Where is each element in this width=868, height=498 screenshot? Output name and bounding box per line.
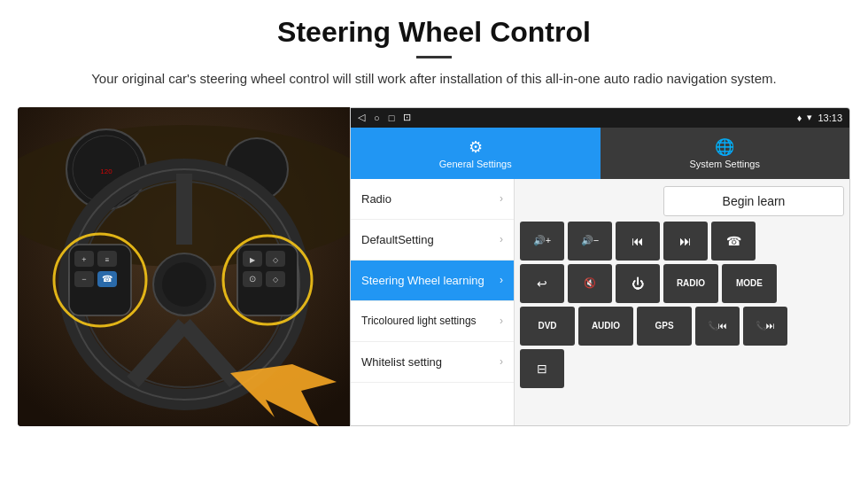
begin-learn-button[interactable]: Begin learn — [663, 186, 844, 216]
android-panel: ◁ ○ □ ⊡ ♦ ▾ 13:13 ⚙ General Settings — [350, 107, 850, 426]
chevron-icon: › — [500, 315, 503, 327]
svg-text:◇: ◇ — [273, 276, 279, 284]
dvd-button[interactable]: DVD — [520, 307, 575, 346]
tab-system[interactable]: 🌐 System Settings — [601, 128, 850, 179]
prev-track-button[interactable]: ⏮ — [616, 222, 660, 261]
tab-general-label: General Settings — [439, 159, 512, 169]
location-icon: ♦ — [797, 113, 802, 123]
phone-button[interactable]: ☎ — [711, 222, 756, 261]
svg-text:120: 120 — [100, 167, 112, 175]
vol-up-icon: 🔊+ — [533, 235, 551, 246]
tab-general[interactable]: ⚙ General Settings — [351, 128, 601, 179]
menu-item-whitelist-label: Whitelist setting — [361, 355, 442, 369]
svg-text:+: + — [81, 255, 86, 264]
time-display: 13:13 — [818, 113, 842, 123]
button-area: Begin learn 🔊+ 🔊− ⏮ — [515, 179, 849, 425]
mute-icon: 🔇 — [584, 277, 596, 289]
page-wrapper: Steering Wheel Control Your original car… — [0, 0, 868, 426]
phone-next-button[interactable]: 📞⏭ — [743, 307, 787, 346]
nav-icons: ◁ ○ □ ⊡ — [358, 112, 411, 123]
power-icon: ⏻ — [632, 276, 644, 291]
header-subtitle: Your original car's steering wheel contr… — [35, 69, 833, 89]
chevron-icon: › — [500, 355, 503, 368]
audio-label: AUDIO — [592, 321, 620, 331]
globe-icon: 🌐 — [715, 137, 734, 157]
header-section: Steering Wheel Control Your original car… — [0, 0, 868, 98]
mute-button[interactable]: 🔇 — [568, 264, 612, 303]
gear-icon: ⚙ — [469, 137, 483, 157]
chevron-icon: › — [500, 233, 503, 245]
menu-item-steering[interactable]: Steering Wheel learning › — [351, 261, 514, 301]
menu-item-steering-label: Steering Wheel learning — [361, 274, 484, 287]
phone-prev-button[interactable]: 📞⏮ — [695, 307, 740, 346]
svg-text:⊙: ⊙ — [249, 274, 256, 284]
ctrl-row-3: DVD AUDIO GPS 📞⏮ 📞⏭ — [520, 307, 844, 346]
ctrl-row-4: ⊟ — [520, 349, 844, 388]
vol-up-button[interactable]: 🔊+ — [520, 222, 564, 261]
gps-label: GPS — [655, 321, 673, 331]
scan-icon: ⊟ — [537, 362, 547, 376]
radio-label: RADIO — [677, 278, 705, 288]
svg-text:≡: ≡ — [105, 256, 110, 264]
svg-text:◇: ◇ — [273, 256, 279, 264]
dvd-label: DVD — [538, 321, 556, 331]
menu-item-tricoloured[interactable]: Tricoloured light settings › — [351, 301, 514, 342]
main-area: Radio › DefaultSetting › Steering Wheel … — [351, 179, 849, 425]
wifi-icon: ▾ — [807, 112, 812, 123]
vol-down-icon: 🔊− — [581, 235, 599, 246]
phone-icon: ☎ — [726, 234, 741, 248]
ctrl-row-2: ↩ 🔇 ⏻ RADIO MODE — [520, 264, 844, 303]
radio-button[interactable]: RADIO — [663, 264, 718, 303]
hook-button[interactable]: ↩ — [520, 264, 564, 303]
vol-down-button[interactable]: 🔊− — [568, 222, 612, 261]
mode-button[interactable]: MODE — [722, 264, 777, 303]
menu-item-tricoloured-label: Tricoloured light settings — [361, 315, 477, 327]
menu-item-radio-label: Radio — [361, 192, 391, 206]
chevron-icon: › — [500, 192, 503, 205]
svg-point-13 — [162, 262, 206, 307]
page-title: Steering Wheel Control — [35, 16, 833, 49]
ctrl-row-1: 🔊+ 🔊− ⏮ ⏭ ☎ — [520, 222, 844, 261]
settings-tabs: ⚙ General Settings 🌐 System Settings — [351, 128, 849, 179]
steering-wheel-image: 120 + ≡ − — [18, 107, 350, 426]
hook-icon: ↩ — [537, 276, 547, 291]
back-icon[interactable]: ◁ — [358, 112, 365, 123]
svg-text:−: − — [81, 275, 86, 284]
tab-system-label: System Settings — [690, 159, 760, 169]
title-divider — [416, 56, 452, 58]
phone-next-icon: 📞⏭ — [756, 321, 775, 331]
home-icon[interactable]: ○ — [374, 113, 380, 123]
mode-label: MODE — [736, 278, 763, 288]
svg-text:▶: ▶ — [250, 256, 256, 264]
phone-prev-icon: 📞⏮ — [708, 321, 727, 331]
scan-button[interactable]: ⊟ — [520, 349, 564, 388]
spacer — [520, 184, 660, 218]
chevron-icon: › — [500, 274, 503, 286]
svg-text:☎: ☎ — [102, 274, 112, 284]
prev-track-icon: ⏮ — [632, 234, 644, 248]
audio-button[interactable]: AUDIO — [578, 307, 633, 346]
recents-icon[interactable]: □ — [389, 113, 395, 123]
begin-learn-row: Begin learn — [520, 184, 844, 218]
status-bar: ◁ ○ □ ⊡ ♦ ▾ 13:13 — [351, 108, 849, 128]
menu-item-radio[interactable]: Radio › — [351, 179, 514, 220]
menu-list: Radio › DefaultSetting › Steering Wheel … — [351, 179, 515, 425]
next-track-button[interactable]: ⏭ — [663, 222, 708, 261]
gps-button[interactable]: GPS — [637, 307, 692, 346]
next-track-icon: ⏭ — [679, 234, 692, 248]
menu-icon[interactable]: ⊡ — [403, 112, 411, 123]
power-button[interactable]: ⏻ — [616, 264, 660, 303]
menu-item-whitelist[interactable]: Whitelist setting › — [351, 342, 514, 383]
content-area: 120 + ≡ − — [18, 107, 850, 426]
menu-item-default-label: DefaultSetting — [361, 233, 434, 246]
status-right: ♦ ▾ 13:13 — [797, 112, 842, 123]
menu-item-default[interactable]: DefaultSetting › — [351, 220, 514, 261]
